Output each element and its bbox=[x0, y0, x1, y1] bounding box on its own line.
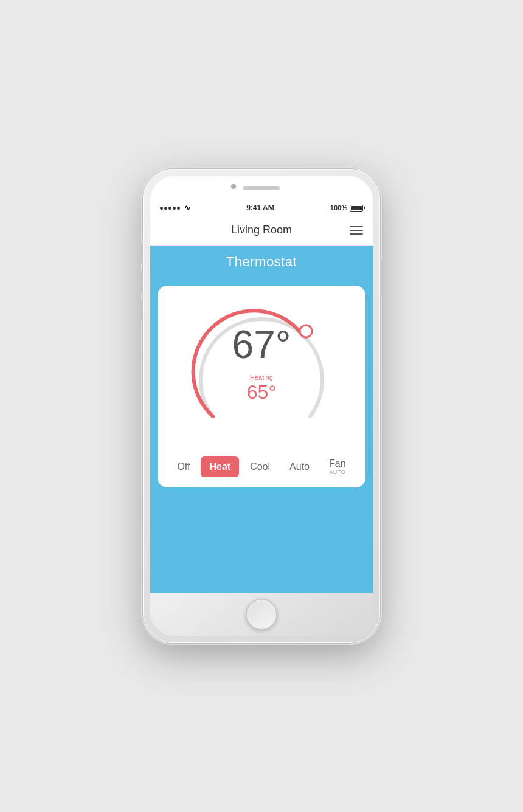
signal-dot-4 bbox=[173, 207, 176, 210]
menu-line-3 bbox=[350, 233, 363, 235]
status-left: ∿ bbox=[160, 204, 190, 212]
signal-dot-5 bbox=[177, 207, 180, 210]
set-temperature: 65° bbox=[232, 381, 291, 404]
signal-dot-3 bbox=[168, 207, 171, 210]
mode-fan-button[interactable]: Fan AUTO bbox=[320, 456, 355, 478]
section-title: Thermostat bbox=[226, 254, 297, 269]
menu-line-1 bbox=[350, 226, 363, 227]
menu-line-2 bbox=[350, 230, 363, 231]
phone-frame: ∿ 9:41 AM 100% Living Room bbox=[143, 169, 380, 643]
front-camera bbox=[231, 184, 236, 189]
signal-strength bbox=[160, 207, 180, 210]
battery-percent: 100% bbox=[330, 204, 347, 212]
mode-heat-button[interactable]: Heat bbox=[201, 456, 239, 477]
app-content: 67° Heating 65° Off Heat Cool Auto Fan A… bbox=[150, 278, 373, 593]
heating-label: Heating bbox=[232, 374, 291, 381]
phone-top-notch bbox=[150, 176, 373, 201]
wifi-icon: ∿ bbox=[184, 204, 190, 212]
navigation-bar: Living Room bbox=[150, 215, 373, 246]
app-header: Thermostat bbox=[150, 246, 373, 278]
mode-cool-button[interactable]: Cool bbox=[241, 456, 279, 477]
home-button[interactable] bbox=[246, 599, 277, 630]
status-bar: ∿ 9:41 AM 100% bbox=[150, 201, 373, 215]
mode-off-button[interactable]: Off bbox=[168, 456, 198, 477]
dial-handle bbox=[300, 325, 312, 337]
fan-label: Fan bbox=[329, 458, 346, 469]
mode-auto-button[interactable]: Auto bbox=[281, 456, 318, 477]
home-button-area bbox=[150, 593, 373, 636]
current-temperature: 67° bbox=[232, 325, 291, 364]
battery-icon bbox=[350, 205, 363, 212]
status-time: 9:41 AM bbox=[246, 204, 274, 212]
earpiece-speaker bbox=[243, 186, 280, 190]
phone-screen: ∿ 9:41 AM 100% Living Room bbox=[150, 176, 373, 636]
temp-display: 67° Heating 65° bbox=[232, 325, 291, 404]
status-right: 100% bbox=[330, 204, 363, 212]
fan-sub-label: AUTO bbox=[329, 469, 345, 475]
mode-buttons: Off Heat Cool Auto Fan AUTO bbox=[168, 456, 354, 478]
signal-dot-1 bbox=[160, 207, 163, 210]
nav-title: Living Room bbox=[231, 224, 292, 236]
menu-button[interactable] bbox=[350, 226, 363, 235]
thermostat-card: 67° Heating 65° Off Heat Cool Auto Fan A… bbox=[158, 286, 365, 487]
signal-dot-2 bbox=[164, 207, 167, 210]
temperature-dial[interactable]: 67° Heating 65° bbox=[189, 298, 334, 444]
